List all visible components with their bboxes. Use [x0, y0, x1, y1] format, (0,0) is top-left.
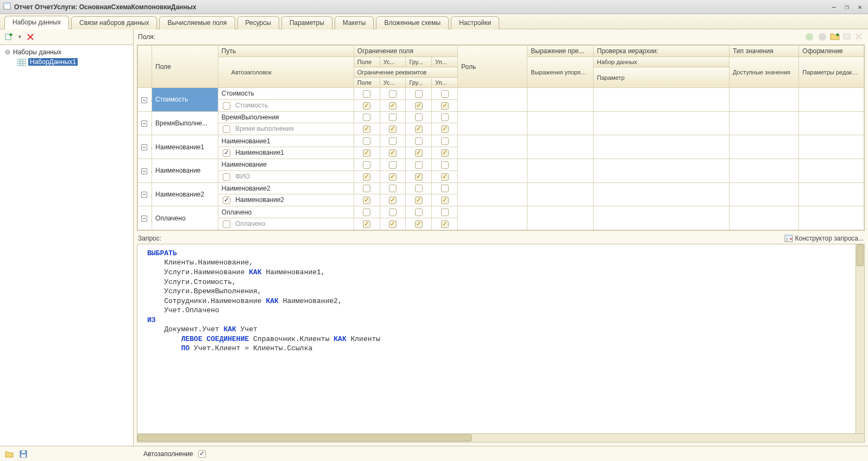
vertical-scrollbar[interactable] — [856, 244, 864, 433]
autofill-label: Автозаполнение — [143, 450, 193, 458]
row-expander[interactable] — [141, 121, 147, 127]
hdr-hier[interactable]: Проверка иерархии: — [594, 46, 729, 57]
window-title: Отчет ОтчетУслуги: ОсновнаяСхемаКомпонов… — [14, 3, 829, 11]
svg-rect-11 — [21, 454, 26, 457]
action-icon-1[interactable] — [804, 31, 815, 42]
hdr-expr[interactable]: Выражение пре... — [527, 46, 594, 57]
svg-point-4 — [806, 33, 813, 41]
svg-rect-10 — [22, 451, 25, 453]
hdr-param[interactable]: Параметр — [594, 67, 729, 88]
hdr-field[interactable]: Поле — [152, 46, 218, 88]
fields-label: Поля: — [138, 33, 804, 41]
app-icon — [3, 2, 11, 11]
query-code[interactable]: ВЫБРАТЬ Клиенты.Наименование, Услуги.Наи… — [137, 244, 856, 433]
delete-dataset-button[interactable] — [26, 32, 35, 42]
hdr-avail[interactable]: Доступные значения — [729, 57, 799, 88]
hdr-type[interactable]: Тип значения — [729, 46, 799, 57]
left-pane: ▼ ⊖ Наборы данных НаборДанных1 — [0, 29, 134, 446]
statusbar: Автозаполнение — [0, 446, 868, 461]
tree-root-label: Наборы данных — [13, 48, 61, 56]
svg-rect-1 — [4, 3, 10, 4]
table-row[interactable]: Наименование1Наименование1 — [138, 135, 864, 147]
dropdown-icon[interactable]: ▼ — [17, 34, 22, 40]
right-pane: Поля: Поле Путь — [134, 29, 868, 446]
hdr-s2[interactable]: Гру... — [406, 57, 432, 67]
hdr-order[interactable]: Выражения упорядочивания — [527, 57, 594, 88]
row-expander[interactable] — [141, 216, 147, 222]
dataset-icon — [17, 58, 26, 66]
table-row[interactable]: СтоимостьСтоимость — [138, 88, 864, 100]
query-constructor-button[interactable]: Конструктор запроса... — [784, 234, 864, 243]
action-icon-3[interactable] — [842, 31, 852, 41]
hdr-restrict-req[interactable]: Ограничение реквизитов — [354, 67, 457, 78]
row-expander[interactable] — [141, 192, 147, 198]
hdr-editparams[interactable]: Параметры редактирования — [799, 57, 864, 88]
hdr-s0[interactable]: Поле — [354, 57, 380, 67]
titlebar: Отчет ОтчетУслуги: ОсновнаяСхемаКомпонов… — [0, 0, 868, 14]
tab-6[interactable]: Вложенные схемы — [376, 16, 449, 29]
row-expander[interactable] — [141, 168, 147, 174]
tree-item-dataset1[interactable]: НаборДанных1 — [3, 57, 130, 67]
hdr-s1b[interactable]: Ус... — [380, 78, 406, 88]
open-icon[interactable] — [4, 449, 14, 459]
hdr-s2b[interactable]: Гру... — [406, 78, 432, 88]
add-folder-button[interactable] — [830, 31, 840, 41]
horizontal-scrollbar[interactable] — [137, 434, 865, 443]
tab-3[interactable]: Ресурсы — [237, 16, 279, 29]
tab-5[interactable]: Макеты — [335, 16, 374, 29]
hdr-s0b[interactable]: Поле — [354, 78, 380, 88]
dataset-tree: ⊖ Наборы данных НаборДанных1 — [0, 45, 133, 446]
row-expander[interactable] — [141, 97, 147, 103]
row-expander[interactable] — [141, 144, 147, 150]
fields-grid[interactable]: Поле Путь Ограничение поля Роль Выражени… — [137, 45, 865, 231]
close-button[interactable]: ✕ — [855, 3, 865, 11]
hdr-dataset[interactable]: Набор данных — [594, 57, 729, 67]
hdr-role[interactable]: Роль — [458, 46, 527, 88]
save-icon[interactable] — [18, 449, 28, 459]
hdr-s1[interactable]: Ус... — [380, 57, 406, 67]
action-icon-2[interactable] — [817, 31, 828, 42]
tabbar: Наборы данныхСвязи наборов данныхВычисля… — [0, 14, 868, 29]
table-row[interactable]: НаименованиеНаименование — [138, 159, 864, 170]
tab-0[interactable]: Наборы данных — [4, 16, 69, 29]
tab-4[interactable]: Параметры — [281, 16, 332, 29]
autofill-checkbox[interactable] — [198, 450, 206, 458]
restore-button[interactable]: ❐ — [842, 3, 852, 11]
table-row[interactable]: ВремяВыполне...ВремяВыполнения — [138, 111, 864, 123]
hdr-s3[interactable]: Уп... — [432, 57, 458, 67]
hdr-autocap[interactable]: Автозаголовок — [218, 57, 354, 88]
tab-1[interactable]: Связи наборов данных — [71, 16, 157, 29]
svg-rect-3 — [17, 59, 26, 66]
hdr-format[interactable]: Оформление — [799, 46, 864, 57]
collapse-icon[interactable]: ⊖ — [4, 48, 11, 56]
hdr-s3b[interactable]: Уп... — [432, 78, 458, 88]
query-editor[interactable]: ВЫБРАТЬ Клиенты.Наименование, Услуги.Наи… — [137, 244, 865, 434]
hdr-path[interactable]: Путь — [218, 46, 354, 57]
tab-2[interactable]: Вычисляемые поля — [159, 16, 235, 29]
svg-point-5 — [819, 33, 826, 41]
svg-rect-6 — [844, 34, 850, 39]
table-row[interactable]: Наименование2Наименование2 — [138, 182, 864, 194]
query-label: Запрос: — [138, 235, 780, 242]
tree-item-label: НаборДанных1 — [28, 58, 78, 66]
svg-rect-8 — [785, 235, 792, 237]
tree-root[interactable]: ⊖ Наборы данных — [3, 47, 130, 57]
query-constructor-label: Конструктор запроса... — [795, 235, 864, 242]
hdr-restrict-field[interactable]: Ограничение поля — [354, 46, 457, 57]
table-row[interactable]: ОплаченоОплачено — [138, 206, 864, 218]
tab-7[interactable]: Настройки — [451, 16, 499, 29]
action-delete-button[interactable] — [854, 31, 864, 41]
add-dataset-button[interactable] — [4, 32, 14, 42]
minimize-button[interactable]: — — [829, 3, 839, 11]
